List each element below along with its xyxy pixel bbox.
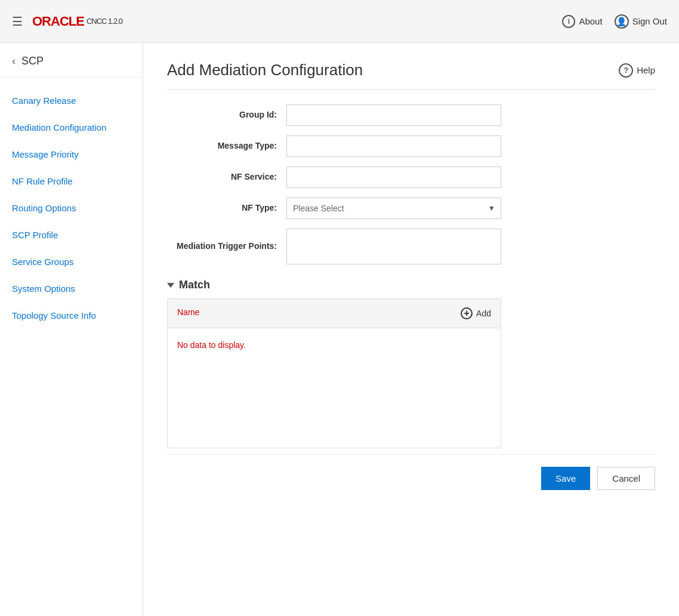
- group-id-input[interactable]: [286, 104, 501, 126]
- sidebar-item-routing-options[interactable]: Routing Options: [0, 195, 143, 221]
- help-icon: ?: [619, 63, 633, 78]
- sidebar-item-canary-release[interactable]: Canary Release: [0, 87, 143, 114]
- match-table: Name + Add No data to display.: [167, 298, 501, 448]
- oracle-logo: ORACLE CNCC 1.2.0: [32, 14, 122, 29]
- mediation-trigger-row: Mediation Trigger Points:: [167, 229, 655, 264]
- message-type-row: Message Type:: [167, 135, 655, 157]
- nf-type-row: NF Type: Please Select ▼: [167, 198, 655, 219]
- nf-service-label: NF Service:: [167, 171, 286, 183]
- sidebar-item-scp-profile[interactable]: SCP Profile: [0, 221, 143, 248]
- footer-buttons: Save Cancel: [167, 454, 655, 502]
- group-id-row: Group Id:: [167, 104, 655, 126]
- no-data-text: No data to display.: [177, 340, 246, 350]
- match-header: Match: [167, 279, 655, 291]
- sidebar-nav: Canary Release Mediation Configuration M…: [0, 82, 143, 334]
- help-label: Help: [637, 65, 655, 75]
- content-area: Add Mediation Configuration ? Help Group…: [143, 43, 679, 616]
- mediation-trigger-input[interactable]: [286, 229, 501, 264]
- nf-type-select-wrapper: Please Select ▼: [286, 198, 501, 219]
- header-right: i About 👤 Sign Out: [562, 14, 667, 29]
- content-header: Add Mediation Configuration ? Help: [167, 61, 655, 90]
- sidebar: ‹ SCP Canary Release Mediation Configura…: [0, 43, 143, 616]
- sidebar-item-nf-rule-profile[interactable]: NF Rule Profile: [0, 168, 143, 195]
- about-button[interactable]: i About: [562, 15, 602, 28]
- help-button[interactable]: ? Help: [619, 63, 655, 78]
- nf-type-label: NF Type:: [167, 202, 286, 214]
- group-id-label: Group Id:: [167, 109, 286, 121]
- match-section: Match Name + Add No data to display.: [167, 279, 655, 448]
- sidebar-item-system-options[interactable]: System Options: [0, 275, 143, 302]
- nf-service-input[interactable]: [286, 167, 501, 188]
- add-circle-icon: +: [461, 307, 473, 319]
- match-table-body: No data to display.: [168, 328, 501, 448]
- match-col-name: Name: [168, 305, 451, 322]
- add-label: Add: [476, 309, 491, 318]
- signout-label: Sign Out: [632, 16, 667, 26]
- cancel-button[interactable]: Cancel: [597, 467, 655, 490]
- message-type-input[interactable]: [286, 135, 501, 157]
- sidebar-item-service-groups[interactable]: Service Groups: [0, 248, 143, 275]
- app-version: CNCC 1.2.0: [87, 17, 122, 26]
- back-arrow-icon: ‹: [12, 55, 16, 67]
- page-title: Add Mediation Configuration: [167, 61, 363, 79]
- main-layout: ‹ SCP Canary Release Mediation Configura…: [0, 43, 679, 616]
- mediation-form: Group Id: Message Type: NF Service: NF T…: [167, 104, 655, 264]
- sidebar-item-topology-source-info[interactable]: Topology Source Info: [0, 302, 143, 329]
- sidebar-title: SCP: [21, 55, 44, 67]
- message-type-label: Message Type:: [167, 140, 286, 152]
- sidebar-back-button[interactable]: ‹ SCP: [0, 55, 143, 78]
- nf-service-row: NF Service:: [167, 167, 655, 188]
- user-icon: 👤: [615, 14, 629, 29]
- match-table-header: Name + Add: [168, 299, 501, 328]
- about-label: About: [579, 16, 602, 26]
- mediation-trigger-label: Mediation Trigger Points:: [167, 241, 286, 252]
- header: ☰ ORACLE CNCC 1.2.0 i About 👤 Sign Out: [0, 0, 679, 43]
- nf-type-select[interactable]: Please Select: [286, 198, 501, 219]
- info-icon: i: [562, 15, 575, 28]
- menu-icon[interactable]: ☰: [12, 14, 23, 29]
- sidebar-item-message-priority[interactable]: Message Priority: [0, 141, 143, 168]
- signout-button[interactable]: 👤 Sign Out: [615, 14, 667, 29]
- collapse-icon[interactable]: [167, 283, 174, 288]
- sidebar-item-mediation-configuration[interactable]: Mediation Configuration: [0, 114, 143, 141]
- save-button[interactable]: Save: [541, 467, 590, 490]
- match-title: Match: [179, 279, 210, 291]
- add-match-button[interactable]: + Add: [451, 305, 501, 322]
